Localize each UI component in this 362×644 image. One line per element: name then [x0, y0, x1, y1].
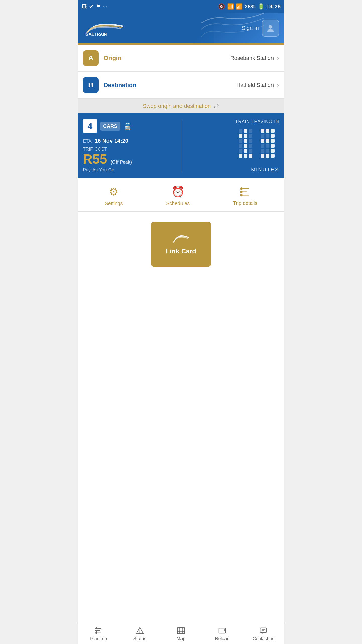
svg-rect-7: [244, 149, 247, 153]
link-card-section: Link Card: [78, 212, 284, 623]
signal-icon: 📶: [236, 3, 243, 10]
trip-details-icon: [239, 186, 251, 198]
svg-rect-19: [249, 149, 252, 153]
destination-station: Hatfield Station: [236, 82, 274, 88]
svg-rect-28: [271, 149, 275, 153]
bottom-navigation: Plan trip Status Map Reload: [78, 623, 284, 644]
svg-rect-9: [244, 154, 247, 158]
origin-row[interactable]: A Origin Rosebank Station ›: [78, 45, 284, 72]
svg-rect-18: [239, 149, 242, 153]
status-icon: [136, 627, 144, 635]
leaving-label: TRAIN LEAVING IN: [235, 119, 279, 124]
destination-label: Destination: [104, 82, 236, 89]
svg-rect-21: [266, 129, 269, 133]
svg-rect-31: [271, 154, 275, 158]
destination-badge: B: [83, 77, 99, 93]
nav-reload[interactable]: Reload: [202, 627, 243, 641]
svg-rect-23: [271, 134, 275, 138]
eta-row: ETA 16 Nov 14:20: [83, 138, 176, 144]
link-card-button[interactable]: Link Card: [151, 222, 211, 267]
svg-point-46: [95, 632, 97, 634]
svg-rect-53: [177, 628, 185, 634]
svg-rect-11: [239, 129, 242, 133]
svg-rect-24: [261, 139, 264, 143]
nav-status-label: Status: [133, 636, 146, 641]
link-card-label: Link Card: [166, 247, 196, 255]
destination-row[interactable]: B Destination Hatfield Station ›: [78, 72, 284, 99]
nav-map[interactable]: Map: [160, 627, 202, 641]
trip-cost-value: R55 (Off Peak): [83, 152, 176, 166]
svg-point-38: [240, 187, 243, 190]
settings-icon: ⚙: [109, 186, 118, 198]
svg-rect-27: [271, 144, 275, 148]
map-icon: [177, 627, 185, 635]
minutes-word: MINUTES: [251, 167, 279, 173]
battery-icon: 🔋: [258, 3, 264, 10]
nav-plan-trip[interactable]: Plan trip: [78, 627, 119, 641]
more-icon: ···: [103, 3, 107, 10]
nav-contact-us[interactable]: Contact us: [243, 627, 284, 641]
flag-icon: ⚑: [96, 3, 101, 10]
svg-rect-2: [244, 129, 247, 133]
train-left-info: 4 CARS 🚆 ETA 16 Nov 14:20 TRIP COST R55 …: [83, 119, 181, 173]
sign-in-button[interactable]: [262, 20, 279, 37]
eta-value: 16 Nov 14:20: [95, 138, 128, 144]
status-icons-left: 🖼 ✔ ⚑ ···: [81, 3, 107, 10]
nav-reload-label: Reload: [215, 636, 229, 641]
trip-cost-label: TRIP COST: [83, 147, 176, 152]
schedules-label: Schedules: [166, 200, 190, 206]
nav-map-label: Map: [176, 636, 185, 641]
origin-chevron: ›: [277, 54, 279, 62]
sign-in-label[interactable]: Sign In: [242, 25, 259, 31]
svg-point-52: [140, 632, 140, 633]
svg-rect-6: [244, 144, 247, 148]
svg-rect-10: [249, 154, 252, 158]
schedules-icon: ⏰: [171, 186, 185, 198]
reload-icon: [218, 627, 226, 635]
svg-text:GAUTRAIN: GAUTRAIN: [85, 32, 107, 36]
schedules-item[interactable]: ⏰ Schedules: [166, 186, 190, 206]
svg-rect-22: [271, 129, 275, 133]
origin-station: Rosebank Station: [230, 55, 274, 61]
svg-rect-30: [266, 154, 269, 158]
logo-area: GAUTRAIN: [83, 19, 128, 37]
svg-rect-34: [261, 144, 264, 148]
origin-badge: A: [83, 50, 99, 66]
svg-rect-8: [239, 154, 242, 158]
train-right-info: TRAIN LEAVING IN: [181, 119, 279, 173]
train-info-panel: 4 CARS 🚆 ETA 16 Nov 14:20 TRIP COST R55 …: [78, 113, 284, 178]
battery-percent: 28%: [245, 3, 256, 10]
destination-chevron: ›: [277, 81, 279, 89]
sign-in-area[interactable]: Sign In: [242, 20, 279, 37]
nav-contact-us-label: Contact us: [253, 636, 274, 641]
svg-rect-4: [244, 134, 247, 138]
status-icons-right: 🔇 📶 📶 28% 🔋 13:28: [218, 3, 281, 10]
svg-rect-62: [260, 628, 267, 632]
svg-point-45: [95, 630, 97, 632]
settings-item[interactable]: ⚙ Settings: [105, 186, 123, 206]
svg-rect-36: [261, 149, 264, 153]
svg-rect-26: [271, 139, 275, 143]
plan-trip-icon: [95, 627, 103, 635]
cars-badge: CARS: [100, 122, 120, 131]
mute-icon: 🔇: [218, 3, 225, 10]
svg-rect-16: [239, 144, 242, 148]
trip-details-label: Trip details: [233, 200, 257, 206]
action-icons-row: ⚙ Settings ⏰ Schedules Trip details: [78, 178, 284, 212]
swap-row[interactable]: Swop origin and destination ⇄: [78, 99, 284, 113]
origin-label: Origin: [104, 55, 230, 62]
trip-details-item[interactable]: Trip details: [233, 186, 257, 206]
svg-rect-15: [249, 139, 252, 143]
svg-rect-17: [249, 144, 252, 148]
wifi-icon: 📶: [227, 3, 234, 10]
svg-rect-5: [244, 139, 247, 143]
svg-rect-37: [266, 149, 269, 153]
contact-us-icon: [259, 627, 267, 635]
cars-count: 4: [83, 119, 97, 133]
swap-label: Swop origin and destination: [143, 103, 211, 109]
nav-status[interactable]: Status: [119, 627, 160, 641]
svg-point-39: [240, 191, 243, 193]
svg-rect-32: [261, 134, 264, 138]
check-icon: ✔: [89, 3, 94, 10]
svg-rect-14: [239, 139, 242, 143]
